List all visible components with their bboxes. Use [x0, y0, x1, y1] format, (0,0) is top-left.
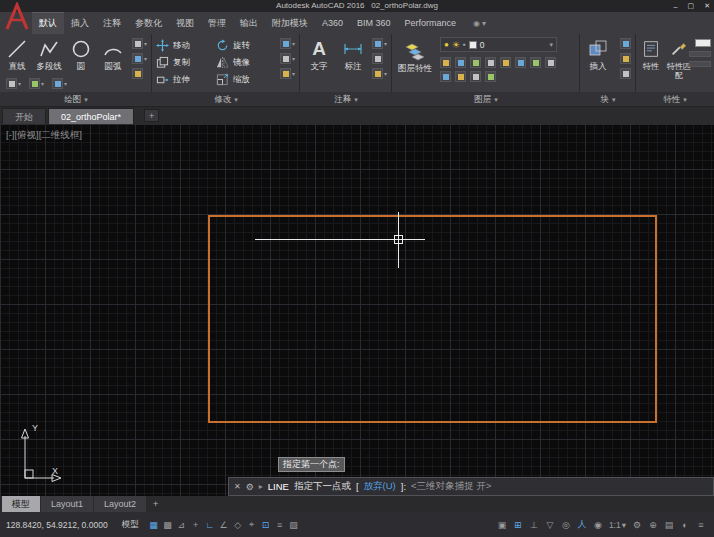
close-button[interactable]: ✕ — [704, 2, 710, 10]
dynamic-input-toggle[interactable]: + — [189, 517, 203, 533]
maximize-button[interactable]: ▢ — [688, 2, 695, 10]
edit-block-button[interactable] — [620, 53, 631, 64]
block-attributes-button[interactable] — [620, 68, 631, 79]
ribbon-tab-a360[interactable]: A360 — [315, 12, 350, 34]
draw-more-1-button[interactable]: ▾ — [6, 78, 21, 89]
leader-tool-button[interactable]: ▾ — [372, 38, 387, 49]
circle-tool-button[interactable]: 圆 — [66, 34, 96, 72]
ribbon-tab-manage[interactable]: 管理 — [201, 12, 233, 34]
ribbon-tab-addins[interactable]: 附加模块 — [265, 12, 315, 34]
draw-panel-label[interactable]: 绘图▾ — [0, 92, 152, 107]
selection-filter-toggle[interactable]: ▽ — [543, 517, 557, 533]
annotation-panel-label[interactable]: 注释▾ — [300, 92, 392, 107]
copy-tool-button[interactable]: 复制 — [156, 54, 214, 71]
layer-dropdown[interactable]: ● ☀ ▪ 0 ▾ — [440, 37, 557, 52]
polar-tracking-toggle[interactable]: ∠ — [217, 517, 231, 533]
layout-tab-layout2[interactable]: Layout2 — [94, 496, 146, 512]
ribbon-tab-home[interactable]: 默认 — [32, 12, 64, 34]
ellipse-tool-button[interactable]: ▾ — [132, 53, 147, 64]
trim-tool-button[interactable]: ▾ — [280, 38, 295, 49]
draw-more-2-button[interactable]: ▾ — [29, 78, 44, 89]
file-tab-start[interactable]: 开始 — [2, 108, 46, 124]
array-tool-button[interactable]: ▾ — [280, 68, 295, 79]
drawn-rectangle[interactable] — [208, 215, 657, 423]
customize-status-bar-button[interactable]: ≡ — [694, 517, 708, 533]
fillet-tool-button[interactable]: ▾ — [280, 53, 295, 64]
new-drawing-tab-button[interactable]: + — [144, 109, 159, 122]
arc-tool-button[interactable]: 圆弧 — [98, 34, 128, 72]
layers-panel-label[interactable]: 图层▾ — [392, 92, 580, 107]
table-tool-button[interactable] — [372, 53, 387, 64]
ribbon-tab-insert[interactable]: 插入 — [64, 12, 96, 34]
dynamic-ucs-toggle[interactable]: ⊥ — [527, 517, 541, 533]
selection-cycling-toggle[interactable]: ▣ — [495, 517, 509, 533]
linetype-dropdown[interactable] — [689, 51, 711, 57]
ribbon-tab-output[interactable]: 输出 — [233, 12, 265, 34]
ribbon-tab-annotate[interactable]: 注释 — [96, 12, 128, 34]
viewport-controls[interactable]: [-][俯视][二维线框] — [6, 129, 82, 142]
command-close-icon[interactable]: ✕ — [234, 482, 241, 491]
ribbon-tab-view[interactable]: 视图 — [169, 12, 201, 34]
object-snap-tracking-toggle[interactable]: ⌖ — [245, 517, 259, 533]
command-line[interactable]: ✕ ⚙ ▸ LINE 指定下一点或 [ 放弃(U) ]: <三维对象捕捉 开> — [228, 477, 714, 496]
modify-panel-label[interactable]: 修改▾ — [152, 92, 300, 107]
autoscale-toggle[interactable]: ◉ — [591, 517, 605, 533]
ribbon-tab-performance[interactable]: Performance — [398, 12, 464, 34]
layer-tool-4-button[interactable] — [485, 57, 496, 68]
file-tab-drawing[interactable]: 02_orthoPolar* — [48, 108, 134, 124]
ribbon-display-toggle[interactable]: ◉ ▾ — [473, 12, 486, 34]
object-color-swatch[interactable] — [695, 39, 711, 47]
layer-tool-10-button[interactable] — [455, 71, 466, 82]
layer-tool-7-button[interactable] — [530, 57, 541, 68]
minimize-button[interactable]: – — [674, 3, 678, 10]
layer-tool-2-button[interactable] — [455, 57, 466, 68]
annotation-visibility-toggle[interactable]: 人 — [575, 517, 589, 533]
layer-tool-8-button[interactable] — [545, 57, 556, 68]
layer-properties-button[interactable]: 图层特性 — [394, 36, 436, 74]
layout-tab-model[interactable]: 模型 — [2, 496, 40, 512]
layer-tool-11-button[interactable] — [470, 71, 481, 82]
quick-properties-toggle[interactable]: ▤ — [662, 517, 676, 533]
ribbon-tab-bim360[interactable]: BIM 360 — [350, 12, 398, 34]
layer-tool-1-button[interactable] — [440, 57, 451, 68]
gizmo-toggle[interactable]: ◎ — [559, 517, 573, 533]
lineweight-dropdown[interactable] — [689, 61, 711, 67]
scale-tool-button[interactable]: 缩放 — [216, 71, 274, 88]
infer-constraints-toggle[interactable]: ⊿ — [175, 517, 189, 533]
layout-tab-layout1[interactable]: Layout1 — [41, 496, 93, 512]
rotate-tool-button[interactable]: 旋转 — [216, 37, 274, 54]
new-layout-button[interactable]: + — [147, 499, 164, 509]
rectangle-tool-button[interactable]: ▾ — [132, 38, 147, 49]
properties-panel-label[interactable]: 特性▾ — [636, 92, 714, 107]
isolate-objects-button[interactable]: ◐ — [678, 517, 692, 533]
layer-tool-12-button[interactable] — [485, 71, 496, 82]
layer-tool-6-button[interactable] — [515, 57, 526, 68]
insert-block-button[interactable]: 插入 — [582, 34, 614, 72]
stretch-tool-button[interactable]: 拉伸 — [156, 71, 214, 88]
transparency-toggle[interactable]: ▨ — [287, 517, 301, 533]
ribbon-tab-parametric[interactable]: 参数化 — [128, 12, 169, 34]
ortho-toggle[interactable]: ∟ — [203, 517, 217, 533]
draw-more-3-button[interactable]: ▾ — [52, 78, 67, 89]
annotation-scale-button[interactable]: 1:1 ▾ — [607, 520, 628, 530]
snap-toggle[interactable]: ▩ — [161, 517, 175, 533]
workspace-switch-gear-icon[interactable]: ⚙ — [630, 517, 644, 533]
command-option-undo[interactable]: 放弃(U) — [364, 480, 396, 493]
command-customize-icon[interactable]: ⚙ — [246, 482, 254, 492]
object-snap-toggle[interactable]: ⊡ — [259, 517, 273, 533]
block-panel-label[interactable]: 块▾ — [580, 92, 636, 107]
object-snap-3d-toggle[interactable]: ⊞ — [511, 517, 525, 533]
text-tool-button[interactable]: A 文字 — [304, 34, 334, 72]
polyline-tool-button[interactable]: 多段线 — [34, 34, 64, 72]
layer-tool-9-button[interactable] — [440, 71, 451, 82]
line-tool-button[interactable]: 直线 — [2, 34, 32, 72]
lineweight-toggle[interactable]: ≡ — [273, 517, 287, 533]
mirror-tool-button[interactable]: 镜像 — [216, 54, 274, 71]
isodraft-toggle[interactable]: ◇ — [231, 517, 245, 533]
hatch-tool-button[interactable] — [132, 68, 147, 79]
create-block-button[interactable] — [620, 38, 631, 49]
grid-toggle[interactable]: ▦ — [147, 517, 161, 533]
drawing-canvas[interactable]: [-][俯视][二维线框] Y X 指定第一个点: — [0, 124, 714, 496]
layer-tool-3-button[interactable] — [470, 57, 481, 68]
annotation-monitor-toggle[interactable]: ⊕ — [646, 517, 660, 533]
